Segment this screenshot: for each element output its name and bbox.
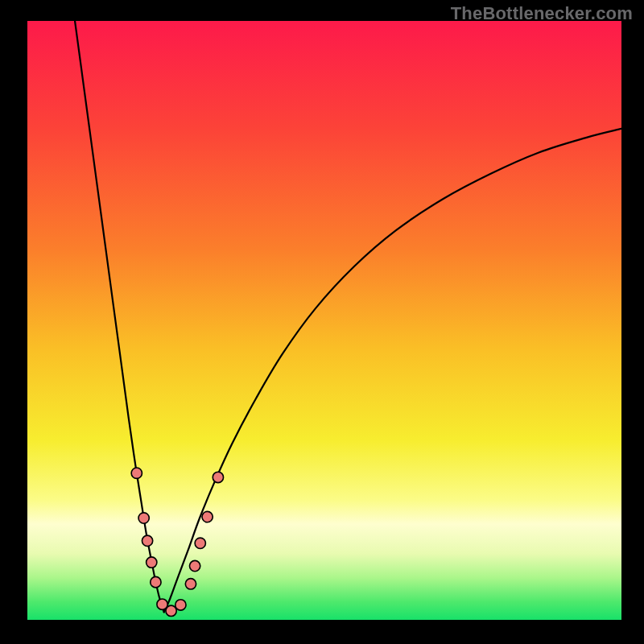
plot-area xyxy=(27,21,621,620)
highlight-dot xyxy=(151,576,161,587)
highlight-dot xyxy=(147,557,157,568)
highlight-dot xyxy=(138,513,149,523)
highlight-dot xyxy=(131,468,142,478)
highlight-dot xyxy=(166,605,176,616)
highlight-dot xyxy=(185,579,196,589)
dot-group xyxy=(131,468,223,617)
highlight-dot xyxy=(189,560,200,571)
highlight-dot xyxy=(142,535,152,546)
curve-left-branch xyxy=(75,21,164,612)
watermark-text: TheBottlenecker.com xyxy=(451,3,633,24)
highlight-dot xyxy=(202,511,213,522)
chart-svg xyxy=(27,21,621,620)
highlight-dot xyxy=(175,600,186,610)
highlight-dot xyxy=(213,472,223,482)
curve-right-branch xyxy=(164,129,621,612)
highlight-dot xyxy=(195,538,205,548)
